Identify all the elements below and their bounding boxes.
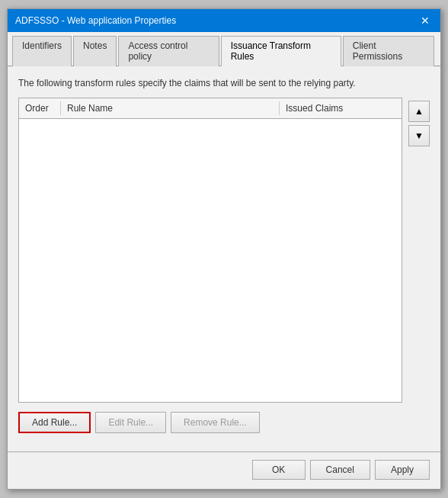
cancel-button[interactable]: Cancel: [310, 460, 370, 480]
col-issued-claims-header: Issued Claims: [280, 101, 402, 115]
tab-identifiers[interactable]: Identifiers: [12, 36, 72, 66]
move-down-button[interactable]: ▼: [408, 125, 430, 146]
tab-issuance-transform[interactable]: Issuance Transform Rules: [221, 36, 341, 66]
description-text: The following transform rules specify th…: [18, 77, 430, 90]
main-window: ADFSSSO - Web application Properties ✕ I…: [7, 8, 441, 490]
table-header: Order Rule Name Issued Claims: [19, 98, 402, 119]
divider: [8, 451, 440, 452]
table-area: Order Rule Name Issued Claims ▲ ▼: [18, 98, 430, 403]
window-title: ADFSSSO - Web application Properties: [15, 15, 176, 26]
title-bar: ADFSSSO - Web application Properties ✕: [8, 9, 440, 32]
apply-button[interactable]: Apply: [375, 460, 430, 480]
col-order-header: Order: [19, 101, 61, 115]
action-buttons: Add Rule... Edit Rule... Remove Rule...: [18, 412, 430, 433]
ok-button[interactable]: OK: [252, 460, 306, 480]
up-arrow-icon: ▲: [414, 106, 424, 117]
edit-rule-button[interactable]: Edit Rule...: [95, 412, 166, 433]
move-up-button[interactable]: ▲: [408, 101, 430, 122]
tab-access-control[interactable]: Access control policy: [118, 36, 219, 66]
main-content: The following transform rules specify th…: [8, 66, 440, 442]
down-arrow-icon: ▼: [414, 130, 424, 141]
close-button[interactable]: ✕: [418, 15, 433, 26]
bottom-buttons: OK Cancel Apply: [8, 460, 440, 489]
tab-client-permissions[interactable]: Client Permissions: [343, 36, 434, 66]
tab-notes[interactable]: Notes: [73, 36, 117, 66]
col-rule-name-header: Rule Name: [61, 101, 280, 115]
table-body: [19, 119, 402, 400]
add-rule-button[interactable]: Add Rule...: [18, 412, 91, 433]
tab-bar: Identifiers Notes Access control policy …: [8, 32, 440, 66]
remove-rule-button[interactable]: Remove Rule...: [171, 412, 260, 433]
rules-table[interactable]: Order Rule Name Issued Claims: [18, 98, 402, 403]
arrows-panel: ▲ ▼: [408, 98, 430, 403]
